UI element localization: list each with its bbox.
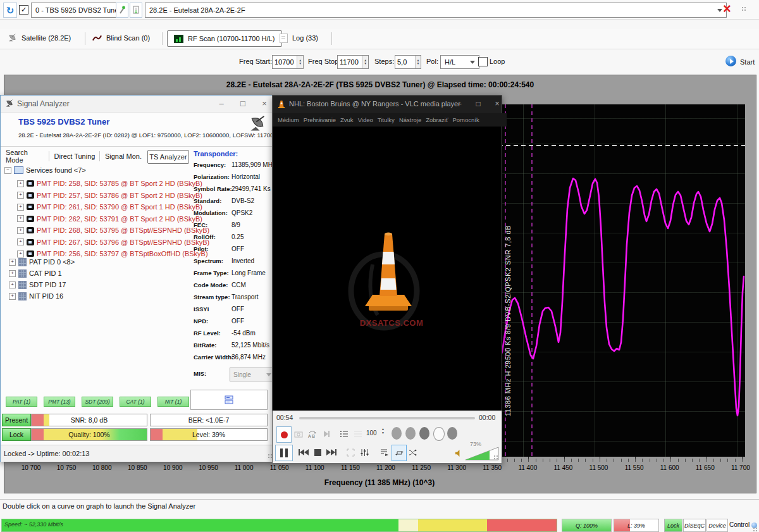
mis-select-value: Single: [233, 371, 251, 378]
vlc-menu-item[interactable]: Médium: [278, 116, 299, 123]
minimize-button[interactable]: –: [453, 99, 466, 109]
table-label: NIT PID 16: [29, 292, 63, 300]
maximize-button[interactable]: □: [472, 99, 484, 109]
close-button[interactable]: ×: [257, 99, 271, 109]
spectrum-curve[interactable]: [499, 178, 744, 416]
expand-icon[interactable]: [17, 180, 24, 187]
transponder-table: Frequency: 11385,909 MHz Polarization: H…: [194, 159, 272, 363]
vlc-controls: 00:54 00:00 A B: [273, 411, 502, 463]
chevron-down-icon: [470, 61, 475, 64]
tab-search-mode[interactable]: Search Mode: [6, 150, 45, 163]
tuner-enable-checkbox[interactable]: ✓: [19, 5, 28, 15]
aspect-toggle-3[interactable]: [419, 427, 429, 440]
steps-input[interactable]: ▲▼: [395, 55, 421, 69]
seek-slider[interactable]: [299, 417, 475, 419]
loop-button[interactable]: [392, 445, 407, 461]
maximize-button[interactable]: □: [236, 99, 250, 109]
spinner-arrows-icon[interactable]: ▲▼: [362, 56, 368, 68]
expand-icon[interactable]: [17, 192, 24, 199]
playback-rate-value[interactable]: 100: [366, 430, 377, 436]
expand-icon[interactable]: [9, 293, 16, 300]
aspect-toggle-2[interactable]: [405, 427, 416, 440]
start-button[interactable]: [725, 56, 736, 66]
tab-blind-scan[interactable]: Blind Scan (0): [92, 30, 150, 46]
snapshot-button[interactable]: [292, 426, 305, 442]
resize-grip[interactable]: [753, 527, 759, 532]
rate-spinner-arrows[interactable]: ▲▼: [381, 427, 385, 435]
vlc-menu-item[interactable]: Prehrávanie: [304, 116, 336, 123]
lnb-settings-button[interactable]: [116, 3, 128, 18]
equalizer-button[interactable]: [357, 445, 371, 460]
tuner-select[interactable]: 0 - TBS 5925 DVBS2 Tuner: [31, 3, 121, 18]
resize-grip[interactable]: [493, 455, 500, 461]
close-button[interactable]: ×: [491, 99, 503, 109]
psi-badge: PMT (13): [44, 397, 75, 407]
freq-stop-field[interactable]: [338, 56, 362, 68]
aspect-toggle-1[interactable]: [392, 427, 402, 440]
expand-icon[interactable]: [17, 215, 24, 222]
aspect-toggle-4[interactable]: [433, 427, 445, 441]
export-button[interactable]: [130, 3, 142, 18]
expand-icon[interactable]: [9, 281, 16, 288]
ab-loop-button[interactable]: A B: [305, 426, 319, 442]
vlc-menu-item[interactable]: Pomocník: [453, 116, 479, 123]
mis-select[interactable]: Single: [230, 368, 275, 381]
tab-ts-analyzer[interactable]: TS Analyzer: [147, 150, 189, 164]
tree-root[interactable]: Services found <7>: [4, 166, 86, 174]
vlc-menu-item[interactable]: Nástroje: [399, 116, 421, 123]
aspect-toggle-5[interactable]: [447, 427, 457, 440]
vlc-video-area[interactable]: DXSATCS.COM: [273, 127, 502, 411]
expand-icon[interactable]: [17, 238, 24, 245]
spinner-arrows-icon[interactable]: ▲▼: [415, 56, 421, 68]
vlc-menu-item[interactable]: Zobraziť: [426, 116, 448, 123]
steps-field[interactable]: [395, 56, 415, 68]
diseqc-badge[interactable]: DiSEqC: [683, 519, 706, 532]
expand-icon[interactable]: [9, 259, 16, 266]
signal-analyzer-titlebar[interactable]: Signal Analyzer – □ ×: [1, 96, 273, 113]
transponder-row: BitRate: 52,125 Mbit/s: [194, 339, 272, 351]
freq-start-field[interactable]: [273, 56, 297, 68]
start-label[interactable]: Start: [740, 58, 755, 66]
tab-satellite[interactable]: Satellite (28.2E): [8, 30, 71, 46]
expand-icon[interactable]: [17, 204, 24, 211]
x-tick-label: 10 800: [89, 464, 115, 471]
spinner-arrows-icon[interactable]: ▲▼: [297, 56, 303, 68]
close-device-button[interactable]: ×: [723, 2, 731, 16]
vlc-menu-item[interactable]: Titulky: [378, 116, 395, 123]
freq-start-input[interactable]: ▲▼: [272, 55, 304, 69]
tab-rf-scan[interactable]: RF Scan (10700-11700 H/L): [167, 30, 282, 47]
minimize-button[interactable]: –: [214, 99, 228, 109]
previous-button[interactable]: [297, 445, 311, 460]
freq-stop-input[interactable]: ▲▼: [337, 55, 369, 69]
extended-playlist-button[interactable]: [378, 445, 392, 460]
tab-signal-mon[interactable]: Signal Mon.: [104, 150, 142, 163]
vlc-menu-item[interactable]: Video: [358, 116, 373, 123]
tab-direct-tuning[interactable]: Direct Tuning: [54, 150, 96, 163]
expand-icon[interactable]: [17, 227, 24, 234]
shuffle-button[interactable]: [405, 445, 419, 460]
playlist-button[interactable]: [337, 426, 351, 442]
pol-select[interactable]: H/L: [440, 55, 479, 69]
media-info-button[interactable]: [351, 426, 365, 442]
control-label[interactable]: Control: [729, 521, 750, 528]
satellite-select[interactable]: 28.2E - Eutelsat 28A-2A-2E-2F: [145, 3, 727, 18]
transponder-row: Stream type: Transport: [194, 291, 272, 303]
pause-button[interactable]: [275, 445, 293, 461]
next-button[interactable]: [324, 445, 338, 460]
expand-icon[interactable]: [9, 270, 16, 277]
loop-checkbox[interactable]: [478, 57, 488, 66]
refresh-button[interactable]: ↻: [3, 3, 17, 18]
x-tick-label: 11 650: [692, 464, 719, 471]
toolbar-grip[interactable]: [741, 6, 748, 13]
transponder-row: Symbol Rate: 29499,741 Ks: [194, 183, 272, 195]
device-badge[interactable]: Device: [707, 519, 728, 532]
fullscreen-button[interactable]: [343, 445, 357, 460]
record-button[interactable]: [276, 426, 292, 443]
vlc-titlebar[interactable]: NHL: Boston Bruins @ NY Rangers - VLC me…: [273, 96, 502, 113]
frame-step-button[interactable]: [319, 426, 333, 442]
stop-button[interactable]: [311, 445, 324, 460]
collapse-icon[interactable]: [4, 167, 11, 174]
vlc-menu-item[interactable]: Zvuk: [340, 116, 354, 123]
tab-log[interactable]: Log (33): [280, 30, 318, 46]
ts-listbox[interactable]: [190, 390, 268, 410]
